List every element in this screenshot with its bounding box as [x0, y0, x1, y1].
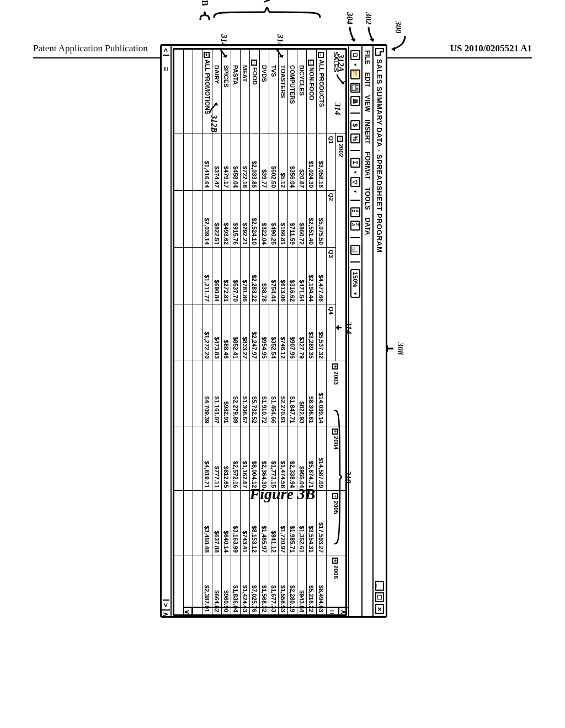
- data-cell[interactable]: $822.51: [212, 190, 222, 247]
- data-cell[interactable]: $943.84: [297, 555, 307, 615]
- minimize-button[interactable]: _: [375, 581, 384, 591]
- data-cell[interactable]: $1,847.71: [288, 361, 297, 426]
- currency-button[interactable]: $: [350, 120, 360, 130]
- expand-icon[interactable]: +: [204, 52, 210, 58]
- menu-data[interactable]: DATA: [364, 218, 371, 235]
- data-cell[interactable]: $1,677.33: [269, 555, 279, 615]
- filter-button[interactable]: ▽: [350, 177, 360, 187]
- menu-tools[interactable]: TOOLS: [364, 187, 371, 210]
- data-cell[interactable]: $14,587.09: [317, 426, 327, 490]
- data-cell[interactable]: $2,551.40: [307, 190, 317, 247]
- data-cell[interactable]: $20.87: [297, 133, 307, 190]
- data-cell[interactable]: $1,568.32: [260, 555, 269, 615]
- data-cell[interactable]: $14,039.14: [317, 361, 327, 426]
- data-cell[interactable]: $479.17: [222, 133, 231, 190]
- data-cell[interactable]: $1,474.58: [279, 426, 288, 490]
- menu-edit[interactable]: EDIT: [364, 72, 371, 87]
- data-cell[interactable]: $2,572.16: [231, 426, 241, 490]
- data-cell[interactable]: $2,033.86: [250, 133, 260, 190]
- data-cell[interactable]: $374.47: [212, 133, 222, 190]
- print-icon[interactable]: 🖶: [350, 96, 360, 106]
- data-cell[interactable]: $982.91: [222, 361, 231, 426]
- data-cell[interactable]: $722.18: [241, 133, 250, 190]
- data-cell[interactable]: $8,004.12: [250, 426, 260, 490]
- zoom-combo[interactable]: 150% ▾: [350, 269, 360, 298]
- data-cell[interactable]: $1,161.07: [212, 361, 222, 426]
- data-cell[interactable]: $4,477.66: [317, 247, 327, 304]
- data-cell[interactable]: $2,194.44: [307, 247, 317, 304]
- data-cell[interactable]: $3,058.16: [317, 133, 327, 190]
- data-cell[interactable]: $781.86: [241, 247, 250, 304]
- data-cell[interactable]: $2,364.30: [260, 426, 269, 490]
- data-cell[interactable]: $8,306.61: [307, 361, 317, 426]
- data-cell[interactable]: $1,162.67: [241, 426, 250, 490]
- data-cell[interactable]: $960.90: [222, 555, 231, 615]
- data-cell[interactable]: $2,279.89: [231, 361, 241, 426]
- data-cell[interactable]: $2,283.22: [250, 247, 260, 304]
- data-cell[interactable]: $2,387.01: [202, 555, 212, 615]
- data-cell[interactable]: $2,247.97: [250, 304, 260, 361]
- q4-header[interactable]: Q4: [327, 304, 336, 361]
- scroll-right-arrow-icon[interactable]: >: [162, 601, 170, 609]
- data-cell[interactable]: $7,025.76: [250, 555, 260, 615]
- data-cell[interactable]: $5,075.50: [317, 190, 327, 247]
- data-cell[interactable]: $292.21: [241, 190, 250, 247]
- data-cell[interactable]: $3,450.48: [202, 490, 212, 555]
- data-cell[interactable]: $537.70: [231, 247, 241, 304]
- data-cell[interactable]: $493.62: [222, 190, 231, 247]
- sort-desc-button[interactable]: Z↓A: [350, 221, 360, 231]
- data-cell[interactable]: $327.79: [297, 304, 307, 361]
- data-cell[interactable]: $471.54: [297, 247, 307, 304]
- data-cell[interactable]: $812.65: [222, 426, 231, 490]
- collapse-icon[interactable]: −: [308, 60, 314, 66]
- collapse-icon[interactable]: −: [318, 52, 324, 58]
- scroll-thumb[interactable]: [163, 58, 169, 80]
- data-cell[interactable]: $2,270.61: [279, 361, 288, 426]
- data-cell[interactable]: $166.81: [279, 190, 288, 247]
- q2-header[interactable]: Q2: [327, 190, 336, 247]
- data-cell[interactable]: $88.46: [222, 304, 231, 361]
- data-cell[interactable]: $860.72: [297, 190, 307, 247]
- data-cell[interactable]: $822.93: [297, 361, 307, 426]
- data-cell[interactable]: $5.12: [279, 133, 288, 190]
- menu-format[interactable]: FORMAT: [364, 152, 371, 179]
- data-cell[interactable]: $5,216.22: [307, 555, 317, 615]
- data-cell[interactable]: $272.81: [222, 247, 231, 304]
- data-cell[interactable]: $3,289.35: [307, 304, 317, 361]
- menu-insert[interactable]: INSERT: [364, 120, 371, 144]
- data-cell[interactable]: $316.62: [288, 247, 297, 304]
- q3-header[interactable]: Q3: [327, 247, 336, 304]
- data-cell[interactable]: $5,874.71: [307, 426, 317, 490]
- collapse-icon[interactable]: −: [251, 60, 257, 66]
- data-cell[interactable]: $690.84: [212, 247, 222, 304]
- data-cell[interactable]: $5,732.52: [250, 361, 260, 426]
- data-cell[interactable]: $1,836.04: [231, 555, 241, 615]
- sort-asc-button[interactable]: A↓Z: [350, 207, 360, 217]
- scroll-track[interactable]: [191, 608, 339, 617]
- expand-icon[interactable]: +: [333, 363, 339, 370]
- data-cell[interactable]: $4,819.71: [202, 426, 212, 490]
- data-cell[interactable]: $754.44: [269, 247, 279, 304]
- row-label[interactable]: −FOOD: [250, 50, 260, 133]
- data-cell[interactable]: $39.77: [260, 133, 269, 190]
- menu-view[interactable]: VIEW: [364, 95, 371, 112]
- data-cell[interactable]: $833.27: [241, 304, 250, 361]
- data-cell[interactable]: $1,024.30: [307, 133, 317, 190]
- scroll-left-arrow-icon[interactable]: <: [162, 46, 170, 55]
- data-cell[interactable]: $2,338.94: [288, 426, 297, 490]
- data-cell[interactable]: $2,524.10: [250, 190, 260, 247]
- data-cell[interactable]: $38.78: [260, 247, 269, 304]
- data-cell[interactable]: $2,280.19: [288, 555, 297, 615]
- data-cell[interactable]: $356.04: [288, 133, 297, 190]
- data-cell[interactable]: $907.96: [288, 304, 297, 361]
- vertical-scrollbar[interactable]: ∧ ∨: [183, 607, 348, 617]
- data-cell[interactable]: $490.25: [269, 190, 279, 247]
- data-cell[interactable]: $954.95: [260, 304, 269, 361]
- scroll-thumb[interactable]: [326, 608, 338, 617]
- data-cell[interactable]: $352.54: [269, 304, 279, 361]
- maximize-button[interactable]: ☐: [375, 592, 384, 602]
- data-cell[interactable]: $1,910.72: [260, 361, 269, 426]
- data-cell[interactable]: $3,163.99: [231, 490, 241, 555]
- data-cell[interactable]: $955.04: [297, 426, 307, 490]
- collapse-icon[interactable]: −: [337, 136, 343, 142]
